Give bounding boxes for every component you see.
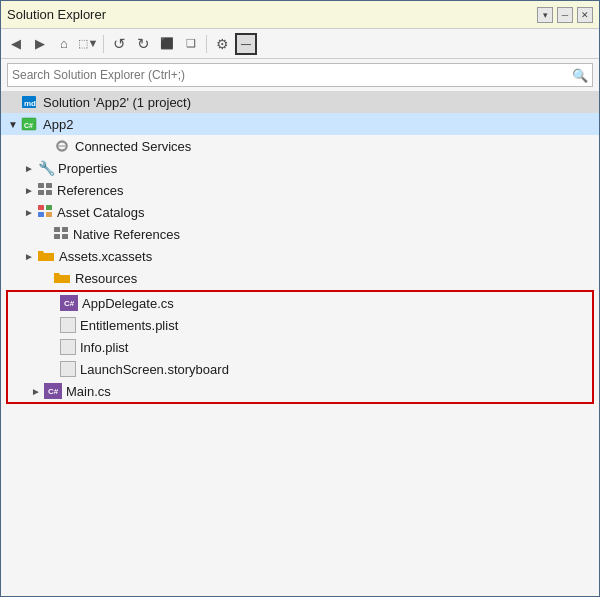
main-cs-expand: ► <box>28 386 44 397</box>
search-icon[interactable]: 🔍 <box>572 68 588 83</box>
solution-row[interactable]: md Solution 'App2' (1 project) <box>1 91 599 113</box>
title-bar-controls: ▾ ─ ✕ <box>537 7 593 23</box>
svg-rect-6 <box>38 183 44 188</box>
launchscreen-storyboard-row[interactable]: LaunchScreen.storyboard <box>8 358 592 380</box>
collapse-button[interactable]: ─ <box>235 33 257 55</box>
toolbar: ◀ ▶ ⌂ ⬚▼ ↺ ↻ ⬛ ❑ ⚙ ─ <box>1 29 599 59</box>
resources-label: Resources <box>75 271 137 286</box>
svg-rect-15 <box>62 227 68 232</box>
home-button[interactable]: ⌂ <box>53 33 75 55</box>
appdelegate-cs-icon: C# <box>60 295 78 311</box>
title-bar: Solution Explorer ▾ ─ ✕ <box>1 1 599 29</box>
native-references-label: Native References <box>73 227 180 242</box>
solution-label: Solution 'App2' (1 project) <box>43 95 191 110</box>
main-cs-label: Main.cs <box>66 384 111 399</box>
resources-row[interactable]: Resources <box>1 267 599 289</box>
assets-xcassets-row[interactable]: ► Assets.xcassets <box>1 245 599 267</box>
asset-catalogs-icon <box>37 204 53 221</box>
references-expand: ► <box>21 185 37 196</box>
sync-button[interactable]: ⬚▼ <box>77 33 99 55</box>
entitlements-plist-label: Entitlements.plist <box>80 318 178 333</box>
launchscreen-storyboard-label: LaunchScreen.storyboard <box>80 362 229 377</box>
search-bar: 🔍 <box>7 63 593 87</box>
connected-services-icon <box>53 138 71 154</box>
svg-rect-10 <box>38 205 44 210</box>
properties-expand: ► <box>21 163 37 174</box>
references-row[interactable]: ► References <box>1 179 599 201</box>
solution-explorer-window: Solution Explorer ▾ ─ ✕ ◀ ▶ ⌂ ⬚▼ ↺ ↻ ⬛ ❑… <box>0 0 600 597</box>
entitlements-plist-row[interactable]: Entitlements.plist <box>8 314 592 336</box>
properties-row[interactable]: ► 🔧 Properties <box>1 157 599 179</box>
assets-xcassets-folder-icon <box>37 248 55 264</box>
tree-area: md Solution 'App2' (1 project) ▼ C# App2 <box>1 91 599 596</box>
title-bar-left: Solution Explorer <box>7 7 106 22</box>
main-cs-row[interactable]: ► C# Main.cs <box>8 380 592 402</box>
resources-folder-icon <box>53 270 71 286</box>
references-label: References <box>57 183 123 198</box>
forward-button[interactable]: ▶ <box>29 33 51 55</box>
minimize-button[interactable]: ─ <box>557 7 573 23</box>
svg-rect-14 <box>54 227 60 232</box>
svg-rect-8 <box>38 190 44 195</box>
info-plist-file-icon <box>60 339 76 355</box>
svg-rect-7 <box>46 183 52 188</box>
native-references-icon <box>53 226 69 243</box>
window-title: Solution Explorer <box>7 7 106 22</box>
svg-rect-17 <box>62 234 68 239</box>
copy-button[interactable]: ❑ <box>180 33 202 55</box>
svg-text:md: md <box>24 99 36 108</box>
svg-rect-16 <box>54 234 60 239</box>
svg-rect-11 <box>46 205 52 210</box>
assets-xcassets-label: Assets.xcassets <box>59 249 152 264</box>
references-icon <box>37 182 53 199</box>
info-plist-row[interactable]: Info.plist <box>8 336 592 358</box>
undo-button[interactable]: ↺ <box>108 33 130 55</box>
settings-button[interactable]: ⚙ <box>211 33 233 55</box>
svg-rect-13 <box>46 212 52 217</box>
asset-catalogs-expand: ► <box>21 207 37 218</box>
pin-button[interactable]: ▾ <box>537 7 553 23</box>
close-button[interactable]: ✕ <box>577 7 593 23</box>
project-label: App2 <box>43 117 73 132</box>
properties-label: Properties <box>58 161 117 176</box>
appdelegate-cs-row[interactable]: C# AppDelegate.cs <box>8 292 592 314</box>
asset-catalogs-label: Asset Catalogs <box>57 205 144 220</box>
assets-xcassets-expand: ► <box>21 251 37 262</box>
solution-icon: md <box>21 94 39 110</box>
svg-rect-9 <box>46 190 52 195</box>
native-references-row[interactable]: Native References <box>1 223 599 245</box>
project-icon: C# <box>21 116 43 132</box>
svg-text:C#: C# <box>24 122 33 129</box>
new-item-button[interactable]: ⬛ <box>156 33 178 55</box>
highlighted-group: C# AppDelegate.cs Entitlements.plist Inf… <box>6 290 594 404</box>
connected-services-label: Connected Services <box>75 139 191 154</box>
back-button[interactable]: ◀ <box>5 33 27 55</box>
connected-services-row[interactable]: Connected Services <box>1 135 599 157</box>
separator-2 <box>206 35 207 53</box>
separator-1 <box>103 35 104 53</box>
asset-catalogs-row[interactable]: ► Asset Catalogs <box>1 201 599 223</box>
search-input[interactable] <box>12 68 572 82</box>
launchscreen-file-icon <box>60 361 76 377</box>
refresh-button[interactable]: ↻ <box>132 33 154 55</box>
info-plist-label: Info.plist <box>80 340 128 355</box>
appdelegate-cs-label: AppDelegate.cs <box>82 296 174 311</box>
properties-icon: 🔧 <box>37 160 55 176</box>
main-cs-icon: C# <box>44 383 62 399</box>
entitlements-file-icon <box>60 317 76 333</box>
project-row[interactable]: ▼ C# App2 <box>1 113 599 135</box>
svg-rect-12 <box>38 212 44 217</box>
project-expand-arrow: ▼ <box>5 119 21 130</box>
